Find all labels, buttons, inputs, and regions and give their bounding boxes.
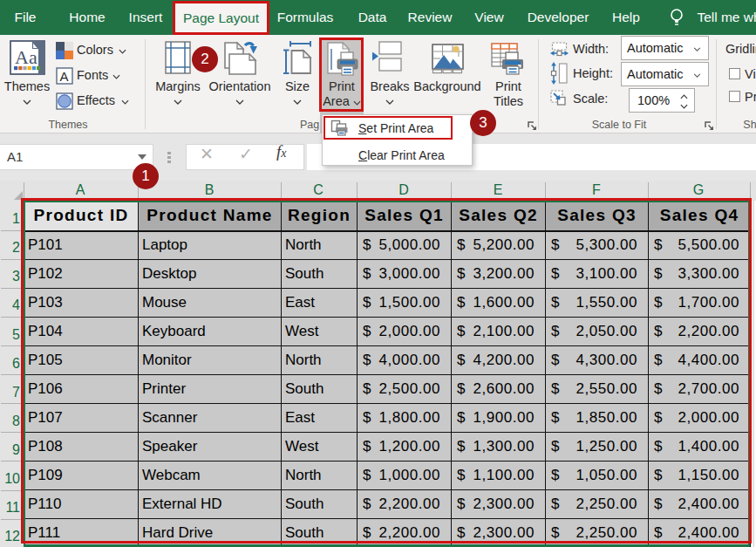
svg-text:A: A <box>60 69 69 84</box>
svg-text:Aa: Aa <box>15 46 37 68</box>
